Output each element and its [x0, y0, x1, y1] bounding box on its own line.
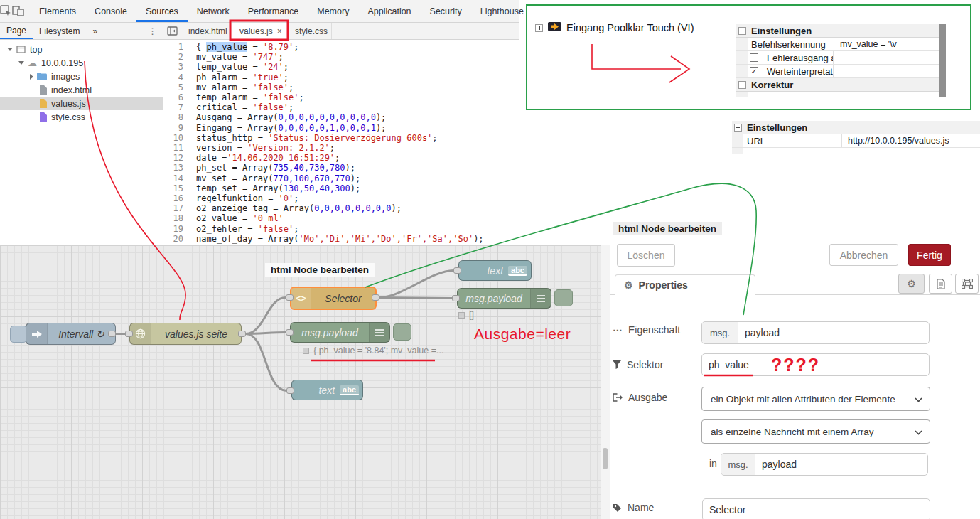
input-port[interactable]	[286, 329, 294, 336]
delete-button[interactable]: Löschen	[617, 244, 675, 267]
line-number[interactable]: 9	[163, 123, 190, 133]
msg-prefix-button[interactable]: msg.	[721, 454, 755, 475]
output-target-value[interactable]: payload	[755, 454, 797, 475]
checkbox-unchecked[interactable]	[750, 53, 758, 62]
tab-filesystem[interactable]: Filesystem	[33, 23, 86, 39]
tab-performance[interactable]: Performance	[239, 0, 308, 22]
tree-item-host[interactable]: ☁ 10.0.0.195	[0, 56, 163, 70]
line-number[interactable]: 10	[163, 133, 190, 143]
output-target-input[interactable]: msg. payload	[721, 453, 928, 476]
line-number[interactable]: 12	[163, 153, 190, 163]
input-port[interactable]	[286, 294, 294, 301]
tab-sources[interactable]: Sources	[136, 0, 188, 22]
collapse-icon[interactable]	[738, 27, 746, 35]
tree-item-values-js[interactable]: values.js	[0, 97, 163, 110]
tab-network[interactable]: Network	[188, 0, 239, 22]
edit-properties-button[interactable]: ⚙	[898, 274, 925, 294]
tab-lighthouse[interactable]: Lighthouse	[471, 0, 533, 22]
device-toolbar-icon[interactable]	[12, 0, 24, 22]
close-icon[interactable]: ×	[277, 26, 282, 36]
inject-node[interactable]: Intervall ↻	[26, 323, 116, 345]
file-tab-style-css[interactable]: style.css	[288, 23, 332, 39]
html-selector-node[interactable]: <> Selector	[290, 287, 377, 310]
grid-row-url[interactable]: URL http://10.0.0.195/values.js	[732, 134, 980, 148]
tab-application[interactable]: Application	[358, 0, 420, 22]
tab-elements[interactable]: Elements	[30, 0, 85, 22]
line-number[interactable]: 7	[163, 102, 190, 112]
line-number[interactable]: 5	[163, 82, 190, 92]
selector-input-value[interactable]: ph_value	[702, 354, 749, 375]
debug-toggle-button[interactable]	[554, 289, 573, 306]
output-port[interactable]	[372, 294, 379, 301]
collapse-icon[interactable]	[734, 124, 742, 132]
ui-text-node-bottom[interactable]: text abc	[291, 380, 363, 400]
line-number[interactable]: 1	[163, 42, 190, 52]
grid-scrollbar[interactable]	[939, 24, 946, 97]
debug-node-right[interactable]: msg.payload	[457, 288, 551, 309]
cancel-button[interactable]: Abbrechen	[829, 244, 898, 266]
property-value[interactable]: mv_value = '\v	[834, 38, 939, 50]
property-value[interactable]: http://10.0.0.195/values.js	[841, 134, 980, 147]
tree-item-images[interactable]: images	[0, 70, 163, 83]
line-number[interactable]: 18	[163, 213, 190, 223]
line-number[interactable]: 3	[163, 62, 190, 72]
line-number[interactable]: 8	[163, 112, 190, 122]
line-number[interactable]: 17	[163, 203, 190, 213]
property-value[interactable]	[833, 51, 939, 64]
tab-properties[interactable]: ⚙ Properties	[615, 274, 755, 295]
checkbox-checked[interactable]: ✓	[750, 67, 758, 75]
http-request-node[interactable]: values.js seite	[129, 323, 242, 345]
done-button[interactable]: Fertig	[908, 244, 951, 266]
inspect-element-icon[interactable]	[0, 0, 12, 22]
ui-text-node-top[interactable]: text abc	[458, 260, 532, 281]
grid-section-einstellungen-url[interactable]: Einstellungen	[732, 121, 980, 134]
input-port[interactable]	[453, 267, 461, 274]
line-number[interactable]: 19	[163, 224, 190, 234]
property-value[interactable]	[833, 65, 939, 77]
tree-item-index-html[interactable]: index.html	[0, 83, 163, 97]
line-number[interactable]: 6	[163, 92, 190, 102]
line-number[interactable]: 15	[163, 183, 190, 193]
tab-console[interactable]: Console	[85, 0, 136, 22]
property-input[interactable]: msg. payload	[701, 321, 930, 344]
overflow-menu-icon[interactable]: ⋮	[142, 23, 163, 39]
line-number[interactable]: 14	[163, 173, 190, 183]
tree-expander-icon[interactable]	[535, 24, 543, 32]
tab-memory[interactable]: Memory	[308, 0, 358, 22]
grid-row-fehlerausgang[interactable]: Fehlerausgang a...	[736, 51, 939, 65]
grid-section-korrektur[interactable]: Korrektur	[736, 78, 939, 92]
debug-node-left[interactable]: msg.payload	[290, 322, 390, 343]
name-input[interactable]: Selector	[702, 498, 930, 519]
grid-row-befehlserkennung[interactable]: Befehlserkennung mv_value = '\v	[736, 38, 939, 51]
input-port[interactable]	[286, 387, 294, 394]
input-port[interactable]	[452, 295, 460, 301]
file-tab-values-js[interactable]: values.js×	[232, 23, 288, 39]
output-port[interactable]	[108, 331, 116, 337]
grid-row-werteinterpretation[interactable]: ✓ Werteinterpretat...	[736, 65, 939, 78]
chevron-down-icon[interactable]	[7, 48, 13, 51]
line-number[interactable]: 2	[163, 52, 190, 62]
description-button[interactable]	[929, 274, 952, 294]
vi-tree-item[interactable]: Eingang Poolklar Touch (VI)	[535, 22, 694, 33]
line-number[interactable]: 16	[163, 193, 190, 203]
msg-prefix-button[interactable]: msg.	[702, 322, 738, 343]
tree-item-style-css[interactable]: style.css	[0, 110, 163, 124]
chevron-down-icon[interactable]	[18, 61, 24, 65]
inject-trigger-button[interactable]	[10, 326, 27, 343]
file-tab-index-html[interactable]: index.html	[181, 23, 232, 39]
property-input-value[interactable]: payload	[738, 322, 780, 343]
tab-page[interactable]: Page	[0, 23, 33, 39]
collapse-icon[interactable]	[738, 81, 746, 89]
scrollbar-handle[interactable]	[603, 448, 608, 469]
chevron-right-icon[interactable]	[30, 74, 33, 80]
output-mode-select[interactable]: als einzelne Nachricht mit einem Array	[701, 419, 930, 444]
name-input-value[interactable]: Selector	[703, 499, 745, 519]
line-number[interactable]: 20	[163, 234, 190, 244]
line-number[interactable]: 13	[163, 163, 190, 173]
appearance-button[interactable]	[955, 274, 979, 294]
toggle-navigator-icon[interactable]	[163, 23, 181, 39]
output-type-select[interactable]: ein Objekt mit allen Attributen der Elem…	[701, 387, 930, 411]
output-port[interactable]	[238, 331, 246, 337]
tree-item-top[interactable]: top	[0, 43, 163, 56]
grid-section-einstellungen[interactable]: Einstellungen	[736, 24, 939, 38]
